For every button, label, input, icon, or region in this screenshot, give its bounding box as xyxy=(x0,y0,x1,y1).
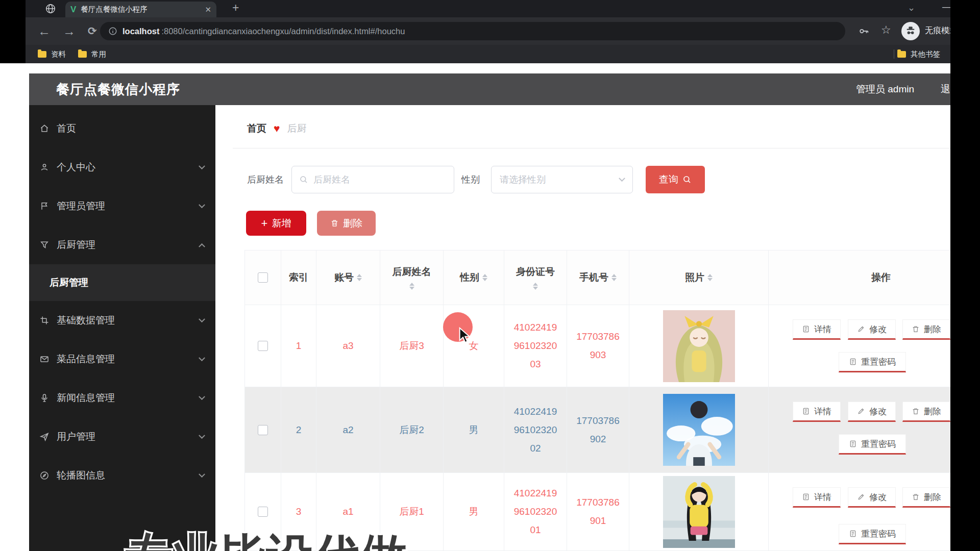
kitchen-name-input[interactable] xyxy=(313,174,447,185)
chevron-down-icon xyxy=(199,432,205,439)
trash-icon xyxy=(330,219,339,228)
cell-photo xyxy=(629,473,769,551)
row-checkbox[interactable] xyxy=(258,341,268,351)
address-bar[interactable]: localhost :8080/cantingdiancanxiaochengx… xyxy=(100,22,845,40)
sidebar-item-basic-data[interactable]: 基础数据管理 xyxy=(29,301,215,340)
cell-phone: 17703786902 xyxy=(575,412,622,448)
sidebar-item-label: 个人中心 xyxy=(57,161,200,174)
password-key-icon[interactable] xyxy=(859,26,870,37)
cell-actions: 详情 修改 删除 重置密码 xyxy=(769,305,980,387)
gender-select[interactable]: 请选择性别 xyxy=(491,166,633,193)
sort-icon[interactable] xyxy=(707,274,713,281)
pencil-icon xyxy=(857,325,865,333)
cell-actions: 详情 修改 删除 重置密码 xyxy=(769,473,980,551)
sidebar-item-kitchen-management[interactable]: 后厨管理 xyxy=(29,226,215,264)
sidebar-item-personal-center[interactable]: 个人中心 xyxy=(29,148,215,187)
folder-icon xyxy=(897,51,906,58)
breadcrumb-home[interactable]: 首页 xyxy=(247,122,266,135)
sort-icon[interactable] xyxy=(357,274,362,281)
chevron-down-icon xyxy=(199,471,205,478)
cell-id-number: 410224199610232002 xyxy=(512,403,559,458)
site-info-icon[interactable] xyxy=(108,27,117,36)
document-icon xyxy=(802,493,810,501)
mail-icon xyxy=(39,354,50,364)
detail-button[interactable]: 详情 xyxy=(793,402,841,422)
reload-icon[interactable]: ⟳ xyxy=(88,25,97,37)
cell-id-number: 410224199610232001 xyxy=(512,484,559,539)
reset-password-button[interactable]: 重置密码 xyxy=(839,524,906,544)
column-header-index: 索引 xyxy=(281,250,316,305)
trash-icon xyxy=(912,325,920,333)
other-bookmarks[interactable]: 其他书签 xyxy=(897,49,940,59)
sidebar-item-news-info[interactable]: 新闻信息管理 xyxy=(29,379,215,417)
edit-button[interactable]: 修改 xyxy=(848,319,896,340)
bookmark-folder-ziliao[interactable]: 资料 xyxy=(38,49,66,59)
kitchen-name-field[interactable] xyxy=(291,166,454,193)
app-title: 餐厅点餐微信小程序 xyxy=(56,81,180,98)
edit-button[interactable]: 修改 xyxy=(848,402,896,422)
sidebar-item-dish-info[interactable]: 菜品信息管理 xyxy=(29,340,215,379)
sort-icon[interactable] xyxy=(409,283,414,290)
row-delete-button[interactable]: 删除 xyxy=(902,487,950,508)
chevron-down-icon xyxy=(199,316,205,322)
column-header-photo[interactable]: 照片 xyxy=(629,250,769,305)
gender-label: 性别 xyxy=(461,165,480,194)
document-icon xyxy=(802,407,810,415)
query-button[interactable]: 查询 xyxy=(646,166,705,193)
add-button[interactable]: + 新增 xyxy=(246,211,306,236)
row-checkbox[interactable] xyxy=(258,507,268,517)
column-header-name[interactable]: 后厨姓名 xyxy=(380,250,444,305)
sidebar-item-carousel-info[interactable]: 轮播图信息 xyxy=(29,456,215,495)
sort-icon[interactable] xyxy=(611,274,617,281)
column-header-idnumber[interactable]: 身份证号 xyxy=(504,250,567,305)
sidebar-nav: 首页 个人中心 管理员管理 后厨管理 后厨管理 基础数据管理 菜品信息管理 新闻… xyxy=(29,105,215,551)
sort-icon[interactable] xyxy=(533,283,538,290)
svg-text:专业毕设代做: 专业毕设代做 xyxy=(125,530,408,551)
row-checkbox[interactable] xyxy=(258,425,268,435)
sort-icon[interactable] xyxy=(482,274,487,281)
detail-button[interactable]: 详情 xyxy=(793,487,841,508)
sidebar-item-home[interactable]: 首页 xyxy=(29,109,215,148)
edit-button[interactable]: 修改 xyxy=(848,487,896,508)
user-icon xyxy=(39,162,50,172)
document-icon xyxy=(802,325,810,333)
detail-button[interactable]: 详情 xyxy=(793,319,841,340)
document-icon xyxy=(849,358,857,366)
tab-close-icon[interactable]: ✕ xyxy=(205,5,211,14)
sidebar-subitem-kitchen-management[interactable]: 后厨管理 xyxy=(29,264,215,301)
row-delete-button[interactable]: 删除 xyxy=(902,402,950,422)
row-delete-button[interactable]: 删除 xyxy=(902,319,950,340)
sidebar-item-label: 管理员管理 xyxy=(57,199,200,213)
folder-icon xyxy=(38,51,46,58)
bookmarks-bar: 资料 常用 其他书签 xyxy=(26,45,980,63)
sidebar-item-label: 新闻信息管理 xyxy=(57,391,200,405)
microphone-icon xyxy=(39,393,50,403)
chevron-down-icon xyxy=(199,163,205,169)
window-chevron-icon[interactable]: ⌄ xyxy=(908,2,915,13)
back-icon[interactable]: ← xyxy=(38,24,51,39)
bookmark-star-icon[interactable]: ☆ xyxy=(881,23,891,37)
forward-icon[interactable]: → xyxy=(63,24,76,39)
desktop-black-edge xyxy=(0,0,26,63)
new-tab-icon[interactable]: + xyxy=(232,1,239,15)
select-all-checkbox[interactable] xyxy=(258,272,268,283)
browser-tab[interactable]: V 餐厅点餐微信小程序 ✕ xyxy=(65,2,216,17)
column-header-gender[interactable]: 性别 xyxy=(444,250,504,305)
sidebar-item-label: 基础数据管理 xyxy=(57,314,200,327)
compass-icon xyxy=(39,470,50,481)
kitchen-name-label: 后厨姓名 xyxy=(247,165,284,194)
vue-favicon: V xyxy=(70,5,76,15)
reset-password-button[interactable]: 重置密码 xyxy=(839,352,906,372)
column-header-phone[interactable]: 手机号 xyxy=(567,250,629,305)
bookmark-folder-changyong[interactable]: 常用 xyxy=(78,49,106,59)
sidebar-item-label: 后厨管理 xyxy=(57,238,200,252)
screen-black-edge xyxy=(950,0,980,551)
photo-anime-boy-blue-sky xyxy=(663,394,735,466)
url-host: localhost xyxy=(122,27,159,36)
sidebar-item-admin-management[interactable]: 管理员管理 xyxy=(29,187,215,226)
reset-password-button[interactable]: 重置密码 xyxy=(839,434,906,455)
sidebar-item-user-management[interactable]: 用户管理 xyxy=(29,417,215,456)
column-header-account[interactable]: 账号 xyxy=(316,250,380,305)
gender-select-placeholder: 请选择性别 xyxy=(500,173,620,186)
delete-button[interactable]: 删除 xyxy=(317,211,376,236)
